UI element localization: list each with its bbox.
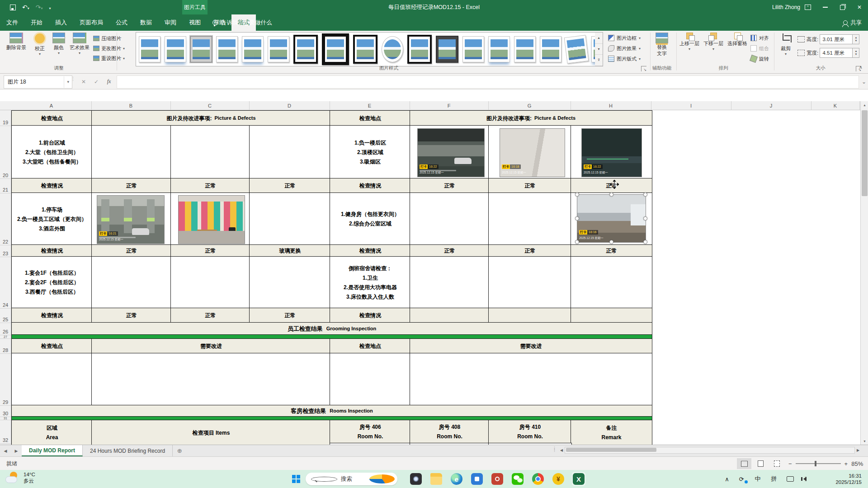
cell-D-20[interactable] (249, 125, 331, 179)
cell-B-25[interactable]: 正常 (91, 308, 172, 324)
gallery-scroll-down-icon[interactable]: ▼ (595, 44, 603, 55)
column-header-A[interactable]: A (11, 101, 92, 110)
share-button[interactable]: 共享 (843, 14, 862, 31)
selection-handle[interactable] (609, 240, 613, 244)
cell-C-20[interactable] (170, 125, 250, 179)
height-input[interactable]: 3.01 厘米 (820, 34, 853, 44)
cell-H-24[interactable] (571, 256, 652, 309)
cell-E-29[interactable] (330, 353, 411, 406)
page-break-view-button[interactable] (769, 458, 784, 469)
cell-G-24[interactable] (488, 256, 572, 309)
taskbar-app-folder[interactable] (429, 472, 443, 486)
cell-G-23[interactable]: 正常 (488, 244, 572, 258)
cell-F-H-19[interactable]: 图片及待改进事项:Picture & Defects (410, 110, 652, 127)
sheet-tab-daily-mod-report[interactable]: Daily MOD Report (22, 445, 83, 456)
sheet-cells-area[interactable]: 检查地点图片及待改进事项:Picture & Defects检查地点图片及待改进… (11, 110, 860, 445)
row-header-23[interactable]: 23 (0, 244, 11, 257)
cell-A-23[interactable]: 检查情况 (11, 244, 93, 258)
collapse-ribbon-icon[interactable]: ∧ (859, 64, 863, 70)
bring-forward-button[interactable]: 上移一层▾ (678, 33, 701, 64)
remove-background-button[interactable]: 删除背景 (6, 33, 26, 64)
cell-E-24[interactable]: 倒班宿舍请检查： 1.卫生 2.是否使用大功率电器 3.床位数及入住人数 (330, 256, 411, 309)
inspection-photo-5[interactable]: 打卡16:202025.12.15 星期一 (178, 195, 245, 244)
cell-A-H-26[interactable]: 员工检查结果Grooming Inspection (11, 322, 652, 336)
cell-D-25[interactable]: 正常 (249, 308, 331, 324)
cell-E-32[interactable]: 房号 406 Room No. (330, 420, 411, 444)
minimize-button[interactable] (816, 0, 834, 14)
ribbon-display-options-button[interactable]: ^ (799, 0, 816, 14)
clock-widget[interactable]: 16:31 2025/12/15 (835, 470, 862, 488)
formula-input[interactable] (117, 75, 859, 89)
ribbon-tab-公式[interactable]: 公式 (109, 14, 134, 31)
picture-styles-gallery[interactable] (136, 32, 598, 66)
selection-handle[interactable] (575, 216, 579, 221)
cell-A-22[interactable]: 1.停车场 2.负一楼员工区域（更衣间） 3.酒店外围 (11, 192, 93, 246)
picture-style-thumbnail-17[interactable] (564, 35, 589, 63)
cell-E-20[interactable]: 1.负一楼后区 2.顶楼区域 3.吸烟区 (330, 125, 411, 179)
selection-handle[interactable] (643, 240, 647, 244)
inspection-photo-3[interactable]: 打卡16:222025.12.15 星期一 (581, 128, 642, 177)
taskbar-search-box[interactable]: 搜索 (306, 473, 397, 485)
redo-button[interactable]: ↷▾ (36, 4, 43, 11)
cell-D-21[interactable]: 正常 (249, 178, 331, 194)
name-box[interactable]: 图片 18▾ (4, 75, 72, 89)
column-headers[interactable]: ABCDEFGHIJK (0, 101, 860, 110)
picture-style-thumbnail-8[interactable] (322, 33, 349, 65)
picture-style-thumbnail-15[interactable] (514, 36, 536, 62)
corrections-button[interactable]: 校正▾ (30, 33, 50, 64)
cell-B-23[interactable]: 正常 (91, 244, 172, 258)
cell-A-25[interactable]: 检查情况 (11, 308, 93, 324)
gallery-scroll-up-icon[interactable]: ▲ (595, 33, 603, 44)
cell-E-23[interactable]: 检查情况 (330, 244, 411, 258)
cell-F-H-28[interactable]: 需要改进 (410, 338, 652, 354)
selection-handle[interactable] (609, 192, 613, 197)
ribbon-tab-开始[interactable]: 开始 (24, 14, 49, 31)
cell-F-24[interactable] (410, 256, 490, 309)
cell-A-28[interactable]: 检查地点 (11, 338, 93, 354)
cell-D-23[interactable]: 玻璃更换 (249, 244, 331, 258)
cell-G-25[interactable] (488, 308, 572, 324)
cell-B-24[interactable] (91, 256, 172, 309)
artistic-effects-button[interactable]: 艺术效果▾ (68, 33, 91, 64)
picture-style-thumbnail-16[interactable] (540, 36, 561, 62)
inspection-photo-2[interactable]: 打卡16:182025.12.15 星期一 (500, 128, 565, 177)
taskbar-app-wechat[interactable] (511, 472, 524, 486)
reset-picture-button[interactable]: 重设图片▾ (93, 54, 125, 62)
column-header-D[interactable]: D (249, 101, 330, 110)
picture-style-thumbnail-3[interactable] (190, 36, 212, 62)
cell-C-23[interactable]: 正常 (170, 244, 250, 258)
row-header-25[interactable]: 25 (0, 308, 11, 323)
cell-C-25[interactable]: 正常 (170, 308, 250, 324)
cell-D-22[interactable] (249, 192, 331, 246)
cell-E-28[interactable]: 检查地点 (330, 338, 411, 354)
formula-bar-expand-icon[interactable]: ⌄ (858, 75, 868, 88)
column-header-C[interactable]: C (170, 101, 250, 110)
cell-A-19[interactable]: 检查地点 (11, 110, 93, 127)
cell-F-H-29[interactable] (410, 353, 652, 406)
change-picture-button[interactable]: 更改图片▾ (93, 44, 125, 52)
tell-me-box[interactable]: 告诉我你想要做什么 (212, 14, 272, 31)
row-header-28[interactable]: 28 (0, 338, 11, 354)
picture-style-thumbnail-2[interactable] (165, 36, 186, 62)
cell-F-22[interactable] (410, 192, 490, 246)
cell-E-19[interactable]: 检查地点 (330, 110, 411, 127)
taskbar-app-finance[interactable]: ¥ (552, 472, 565, 486)
picture-style-thumbnail-5[interactable] (242, 36, 264, 62)
selection-pane-button[interactable]: 选择窗格 (726, 33, 749, 64)
column-header-F[interactable]: F (410, 101, 489, 110)
scroll-down-icon[interactable]: ▼ (861, 437, 868, 445)
horizontal-scrollbar[interactable]: ◀ ▶ (558, 447, 861, 454)
zoom-level-label[interactable]: 85% (851, 460, 863, 467)
cell-B-D-29[interactable] (91, 353, 331, 406)
page-layout-view-button[interactable] (753, 458, 768, 469)
cell-C-24[interactable] (170, 256, 250, 309)
gallery-more-icon[interactable]: ⊽ (595, 55, 603, 66)
vertical-scroll-thumb[interactable] (862, 110, 868, 196)
width-stepper[interactable]: ▲▼ (853, 48, 859, 58)
row-header-19[interactable]: 19 (0, 110, 11, 126)
cell-F-21[interactable]: 正常 (410, 178, 490, 194)
crop-button[interactable]: 裁剪▾ (776, 33, 796, 64)
inspection-photo-4[interactable]: 打卡16:212025.12.15 星期一 (97, 195, 165, 244)
ime-pinyin-icon[interactable]: 拼 (769, 470, 779, 488)
selection-handle[interactable] (643, 216, 647, 221)
